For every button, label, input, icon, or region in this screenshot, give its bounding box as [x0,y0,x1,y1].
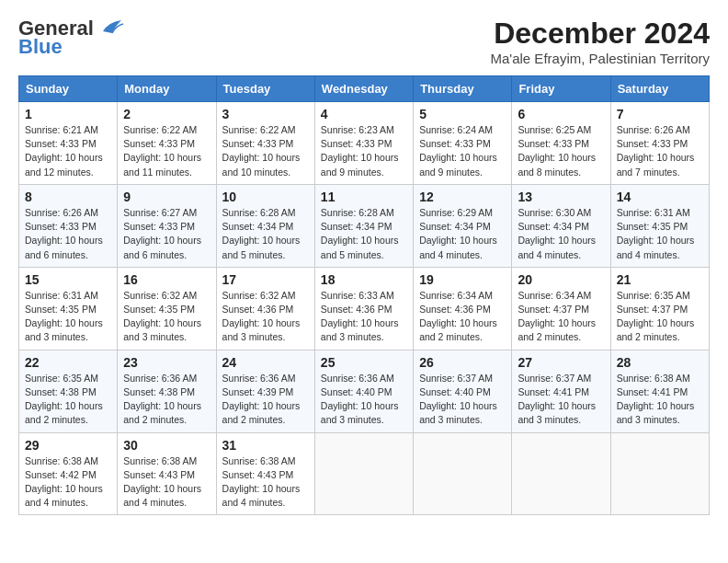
day-info: Sunrise: 6:24 AMSunset: 4:33 PMDaylight:… [419,123,506,179]
day-cell-7: 7Sunrise: 6:26 AMSunset: 4:33 PMDaylight… [610,102,709,185]
logo-bird-icon [96,18,125,39]
day-number: 15 [25,272,111,287]
day-number: 10 [222,190,309,204]
day-cell-23: 23Sunrise: 6:36 AMSunset: 4:38 PMDayligh… [118,350,216,432]
day-cell-16: 16Sunrise: 6:32 AMSunset: 4:35 PMDayligh… [118,267,216,350]
day-info: Sunrise: 6:38 AMSunset: 4:43 PMDaylight:… [222,454,309,511]
day-info: Sunrise: 6:36 AMSunset: 4:38 PMDaylight:… [123,372,210,428]
day-cell-17: 17Sunrise: 6:32 AMSunset: 4:36 PMDayligh… [216,267,314,350]
month-title: December 2024 [490,17,710,51]
day-info: Sunrise: 6:28 AMSunset: 4:34 PMDaylight:… [222,206,309,262]
day-cell-29: 29Sunrise: 6:38 AMSunset: 4:42 PMDayligh… [19,432,118,515]
day-cell-13: 13Sunrise: 6:30 AMSunset: 4:34 PMDayligh… [512,184,610,267]
day-number: 25 [321,355,407,370]
day-number: 5 [419,107,506,121]
day-number: 29 [25,438,111,453]
day-cell-27: 27Sunrise: 6:37 AMSunset: 4:41 PMDayligh… [512,350,610,432]
day-cell-5: 5Sunrise: 6:24 AMSunset: 4:33 PMDaylight… [414,102,512,185]
week-row-4: 22Sunrise: 6:35 AMSunset: 4:38 PMDayligh… [19,350,710,432]
day-cell-3: 3Sunrise: 6:22 AMSunset: 4:33 PMDaylight… [216,102,314,185]
week-row-5: 29Sunrise: 6:38 AMSunset: 4:42 PMDayligh… [19,432,710,515]
page-header: General Blue December 2024 Ma'ale Efrayi… [18,17,710,66]
day-cell-9: 9Sunrise: 6:27 AMSunset: 4:33 PMDaylight… [118,184,216,267]
day-info: Sunrise: 6:32 AMSunset: 4:35 PMDaylight:… [123,289,210,345]
day-info: Sunrise: 6:21 AMSunset: 4:33 PMDaylight:… [25,123,111,179]
day-number: 21 [617,272,703,287]
day-info: Sunrise: 6:35 AMSunset: 4:38 PMDaylight:… [25,372,111,428]
day-number: 4 [321,107,407,121]
col-header-wednesday: Wednesday [314,76,413,102]
day-cell-6: 6Sunrise: 6:25 AMSunset: 4:33 PMDaylight… [512,102,610,185]
day-number: 12 [419,190,506,204]
day-info: Sunrise: 6:37 AMSunset: 4:40 PMDaylight:… [419,372,506,428]
day-cell-11: 11Sunrise: 6:28 AMSunset: 4:34 PMDayligh… [314,184,413,267]
day-number: 23 [123,355,210,370]
day-number: 7 [617,107,703,121]
day-info: Sunrise: 6:27 AMSunset: 4:33 PMDaylight:… [123,206,210,262]
day-cell-22: 22Sunrise: 6:35 AMSunset: 4:38 PMDayligh… [19,350,118,432]
day-cell-8: 8Sunrise: 6:26 AMSunset: 4:33 PMDaylight… [19,184,118,267]
col-header-sunday: Sunday [19,76,118,102]
day-info: Sunrise: 6:36 AMSunset: 4:39 PMDaylight:… [222,372,309,428]
day-cell-10: 10Sunrise: 6:28 AMSunset: 4:34 PMDayligh… [216,184,314,267]
day-info: Sunrise: 6:38 AMSunset: 4:42 PMDaylight:… [25,454,111,511]
day-number: 3 [222,107,309,121]
day-cell-14: 14Sunrise: 6:31 AMSunset: 4:35 PMDayligh… [610,184,709,267]
day-number: 31 [222,438,309,453]
day-info: Sunrise: 6:32 AMSunset: 4:36 PMDaylight:… [222,289,309,345]
empty-cell [512,432,610,515]
day-info: Sunrise: 6:23 AMSunset: 4:33 PMDaylight:… [321,123,407,179]
col-header-friday: Friday [512,76,610,102]
title-block: December 2024 Ma'ale Efrayim, Palestinia… [490,17,710,66]
empty-cell [610,432,709,515]
day-number: 20 [518,272,604,287]
day-cell-25: 25Sunrise: 6:36 AMSunset: 4:40 PMDayligh… [314,350,413,432]
col-header-saturday: Saturday [610,76,709,102]
day-cell-31: 31Sunrise: 6:38 AMSunset: 4:43 PMDayligh… [216,432,314,515]
day-info: Sunrise: 6:37 AMSunset: 4:41 PMDaylight:… [518,372,604,428]
day-number: 6 [518,107,604,121]
day-info: Sunrise: 6:35 AMSunset: 4:37 PMDaylight:… [617,289,703,345]
day-number: 22 [25,355,111,370]
day-info: Sunrise: 6:28 AMSunset: 4:34 PMDaylight:… [321,206,407,262]
day-info: Sunrise: 6:36 AMSunset: 4:40 PMDaylight:… [321,372,407,428]
empty-cell [414,432,512,515]
day-cell-12: 12Sunrise: 6:29 AMSunset: 4:34 PMDayligh… [414,184,512,267]
day-number: 26 [419,355,506,370]
day-cell-28: 28Sunrise: 6:38 AMSunset: 4:41 PMDayligh… [610,350,709,432]
day-info: Sunrise: 6:38 AMSunset: 4:41 PMDaylight:… [617,372,703,428]
day-info: Sunrise: 6:34 AMSunset: 4:37 PMDaylight:… [518,289,604,345]
day-number: 27 [518,355,604,370]
day-cell-2: 2Sunrise: 6:22 AMSunset: 4:33 PMDaylight… [118,102,216,185]
day-number: 28 [617,355,703,370]
day-cell-26: 26Sunrise: 6:37 AMSunset: 4:40 PMDayligh… [414,350,512,432]
day-cell-15: 15Sunrise: 6:31 AMSunset: 4:35 PMDayligh… [19,267,118,350]
day-info: Sunrise: 6:22 AMSunset: 4:33 PMDaylight:… [123,123,210,179]
day-number: 2 [123,107,210,121]
day-number: 19 [419,272,506,287]
col-header-thursday: Thursday [414,76,512,102]
day-number: 16 [123,272,210,287]
day-cell-1: 1Sunrise: 6:21 AMSunset: 4:33 PMDaylight… [19,102,118,185]
day-info: Sunrise: 6:22 AMSunset: 4:33 PMDaylight:… [222,123,309,179]
week-row-3: 15Sunrise: 6:31 AMSunset: 4:35 PMDayligh… [19,267,710,350]
day-cell-24: 24Sunrise: 6:36 AMSunset: 4:39 PMDayligh… [216,350,314,432]
week-row-1: 1Sunrise: 6:21 AMSunset: 4:33 PMDaylight… [19,102,710,185]
day-cell-18: 18Sunrise: 6:33 AMSunset: 4:36 PMDayligh… [314,267,413,350]
day-info: Sunrise: 6:29 AMSunset: 4:34 PMDaylight:… [419,206,506,262]
day-number: 30 [123,438,210,453]
empty-cell [314,432,413,515]
day-info: Sunrise: 6:38 AMSunset: 4:43 PMDaylight:… [123,454,210,511]
day-info: Sunrise: 6:34 AMSunset: 4:36 PMDaylight:… [419,289,506,345]
col-header-tuesday: Tuesday [216,76,314,102]
day-number: 14 [617,190,703,204]
day-cell-30: 30Sunrise: 6:38 AMSunset: 4:43 PMDayligh… [118,432,216,515]
day-number: 17 [222,272,309,287]
calendar-table: SundayMondayTuesdayWednesdayThursdayFrid… [18,75,710,515]
col-header-monday: Monday [118,76,216,102]
location-title: Ma'ale Efrayim, Palestinian Territory [490,51,710,66]
day-info: Sunrise: 6:31 AMSunset: 4:35 PMDaylight:… [617,206,703,262]
day-info: Sunrise: 6:25 AMSunset: 4:33 PMDaylight:… [518,123,604,179]
logo-blue: Blue [18,35,63,59]
day-info: Sunrise: 6:31 AMSunset: 4:35 PMDaylight:… [25,289,111,345]
